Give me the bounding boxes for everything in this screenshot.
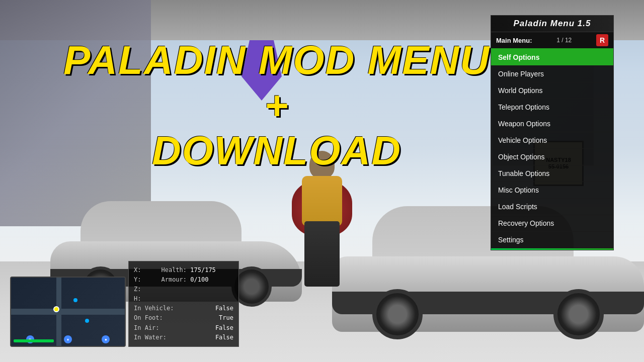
minimap-health-bar xyxy=(14,339,54,342)
menu-item-weapon-options[interactable]: Weapon Options xyxy=(491,116,613,132)
stats-in-air-line: In Air: False xyxy=(134,323,233,333)
in-air-val: False xyxy=(215,323,233,333)
minimap: ★ ♦ ● xyxy=(10,277,126,347)
menu-item-recovery-options[interactable]: Recovery Options xyxy=(491,215,613,232)
menu-item-world-options[interactable]: World Options xyxy=(491,82,613,99)
menu-item-online-players[interactable]: Online Players xyxy=(491,66,613,82)
menu-item-misc-options[interactable]: Misc Options xyxy=(491,182,613,199)
rockstar-badge: R xyxy=(596,34,608,46)
car-right-wheel1 xyxy=(372,289,423,339)
mod-menu: Paladin Menu 1.5 Main Menu: 1 / 12 R Sel… xyxy=(491,15,614,250)
in-water-label: In Water: xyxy=(134,333,167,342)
stats-armour-line: Y: Armour: 0/100 xyxy=(134,275,233,285)
minimap-inner: ★ ♦ ● xyxy=(11,278,125,346)
menu-header-count: 1 / 12 xyxy=(556,37,572,44)
on-foot-label: On Foot: xyxy=(134,313,163,323)
stats-z-line: Z: xyxy=(134,285,233,294)
menu-item-tunable-options[interactable]: Tunable Options xyxy=(491,165,613,182)
char-body xyxy=(302,176,342,226)
green-accent-bar xyxy=(491,248,613,250)
char-head xyxy=(309,151,335,178)
y-label: Y: xyxy=(134,275,141,285)
minimap-icon-3: ● xyxy=(102,335,110,343)
armour-val: 0/100 xyxy=(190,276,208,283)
health-label: Health: xyxy=(161,266,187,274)
h-label: H: xyxy=(134,294,141,304)
stats-in-vehicle-line: In Vehicle: False xyxy=(134,304,233,313)
stats-on-foot-line: On Foot: True xyxy=(134,313,233,323)
char-legs xyxy=(304,221,340,287)
in-air-label: In Air: xyxy=(134,323,159,333)
on-foot-val: True xyxy=(219,313,233,323)
minimap-dot-2 xyxy=(73,298,77,302)
bg-wall-left xyxy=(0,0,151,226)
in-water-val: False xyxy=(215,333,233,342)
menu-item-self-options[interactable]: Self Options xyxy=(491,49,613,66)
armour-label: Armour: xyxy=(161,276,187,283)
stats-in-water-line: In Water: False xyxy=(134,333,233,342)
x-label: X: xyxy=(134,265,141,275)
minimap-dot-3 xyxy=(85,319,89,323)
menu-title-bar: Paladin Menu 1.5 xyxy=(491,16,613,32)
car-right-wheel2 xyxy=(553,289,604,339)
minimap-player-dot xyxy=(53,306,59,312)
menu-item-teleport-options[interactable]: Teleport Options xyxy=(491,99,613,116)
in-vehicle-label: In Vehicle: xyxy=(134,304,174,313)
menu-item-load-scripts[interactable]: Load Scripts xyxy=(491,199,613,215)
minimap-road-h xyxy=(11,309,125,315)
menu-title-text: Paladin Menu 1.5 xyxy=(514,19,591,29)
character xyxy=(292,151,352,292)
stats-h-line: H: xyxy=(134,294,233,304)
minimap-icons: ★ ♦ ● xyxy=(11,335,125,343)
health-val: 175/175 xyxy=(190,266,216,274)
z-label: Z: xyxy=(134,285,141,294)
menu-header-row: Main Menu: 1 / 12 R xyxy=(491,32,613,49)
stats-overlay: X: Health: 175/175 Y: Armour: 0/100 Z: H… xyxy=(128,261,239,347)
menu-items-list: Self OptionsOnline PlayersWorld OptionsT… xyxy=(491,49,613,248)
in-vehicle-val: False xyxy=(215,304,233,313)
minimap-icon-2: ♦ xyxy=(64,335,72,343)
menu-item-vehicle-options[interactable]: Vehicle Options xyxy=(491,132,613,149)
stats-xy-line: X: Health: 175/175 xyxy=(134,265,233,275)
menu-header-label: Main Menu: xyxy=(496,37,532,44)
menu-item-settings[interactable]: Settings xyxy=(491,232,613,248)
menu-item-object-options[interactable]: Object Options xyxy=(491,149,613,165)
rockstar-icon: R xyxy=(600,36,605,44)
